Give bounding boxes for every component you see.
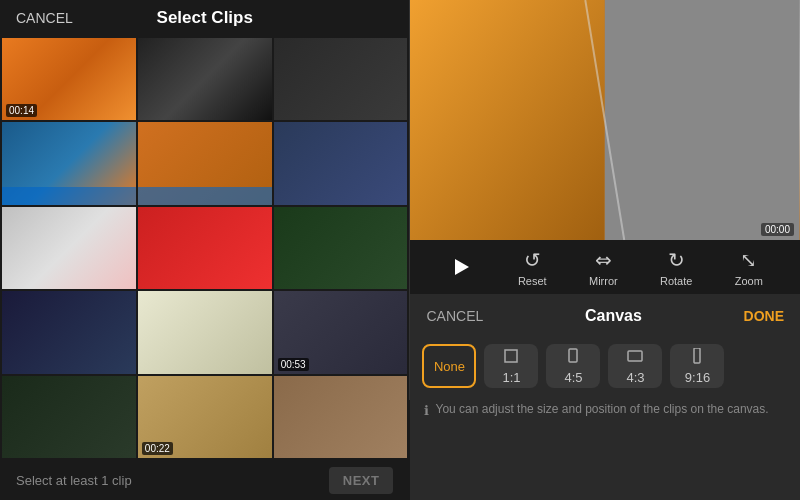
ratio-btn-1:1[interactable]: 1:1 bbox=[484, 344, 538, 388]
edit-toolbar: ↺ Reset ⇔ Mirror ↻ Rotate ⤡ Zoom bbox=[410, 240, 800, 294]
thumb-inner: 00:53 bbox=[274, 291, 408, 373]
landscape-icon bbox=[627, 348, 643, 364]
right-panel: 00:00 ↺ Reset ⇔ Mirror ↻ Rotate ⤡ Zoom C… bbox=[410, 0, 800, 500]
thumb-inner bbox=[138, 207, 272, 289]
clip-thumb-12[interactable]: 00:53 bbox=[274, 291, 408, 373]
canvas-panel: CANCEL Canvas DONE None1:14:54:39:16 ℹ Y… bbox=[410, 294, 800, 500]
clip-thumb-4[interactable] bbox=[2, 122, 136, 204]
thumb-inner bbox=[2, 207, 136, 289]
ratio-row: None1:14:54:39:16 bbox=[410, 338, 800, 394]
thumb-inner bbox=[138, 122, 272, 204]
ratio-icon-1:1 bbox=[503, 348, 519, 368]
select-hint: Select at least 1 clip bbox=[16, 473, 132, 488]
thumb-inner bbox=[2, 376, 136, 458]
ratio-label-none: None bbox=[434, 359, 465, 374]
thumb-inner bbox=[2, 122, 136, 204]
ratio-btn-none[interactable]: None bbox=[422, 344, 476, 388]
square-icon bbox=[503, 348, 519, 364]
clip-thumb-7[interactable] bbox=[2, 207, 136, 289]
canvas-cancel-button[interactable]: CANCEL bbox=[426, 308, 483, 324]
next-button[interactable]: NEXT bbox=[329, 467, 394, 494]
cancel-button[interactable]: CANCEL bbox=[16, 10, 73, 26]
clip-thumb-9[interactable] bbox=[274, 207, 408, 289]
tall-icon bbox=[689, 348, 705, 364]
portrait-icon bbox=[565, 348, 581, 364]
info-icon: ℹ bbox=[424, 403, 429, 418]
svg-rect-1 bbox=[410, 0, 605, 240]
thumb-inner bbox=[274, 207, 408, 289]
thumb-overlay-bar bbox=[138, 187, 272, 205]
reset-icon: ↺ bbox=[524, 248, 541, 272]
clips-grid: 00:1400:5300:22 bbox=[0, 36, 409, 460]
canvas-done-button[interactable]: DONE bbox=[744, 308, 784, 324]
thumb-inner: 00:22 bbox=[138, 376, 272, 458]
clip-thumb-11[interactable] bbox=[138, 291, 272, 373]
svg-rect-2 bbox=[605, 0, 800, 240]
ratio-btn-4:3[interactable]: 4:3 bbox=[608, 344, 662, 388]
clip-thumb-1[interactable]: 00:14 bbox=[2, 38, 136, 120]
mirror-tool[interactable]: ⇔ Mirror bbox=[589, 248, 618, 287]
rotate-icon: ↻ bbox=[668, 248, 685, 272]
zoom-icon: ⤡ bbox=[740, 248, 757, 272]
thumb-overlay-bar bbox=[2, 187, 136, 205]
left-panel: CANCEL Select Clips 00:1400:5300:22 Sele… bbox=[0, 0, 409, 500]
ratio-btn-4:5[interactable]: 4:5 bbox=[546, 344, 600, 388]
reset-label: Reset bbox=[518, 275, 547, 287]
thumb-inner bbox=[274, 122, 408, 204]
preview-image: 00:00 bbox=[410, 0, 800, 240]
clip-thumb-8[interactable] bbox=[138, 207, 272, 289]
thumb-time: 00:22 bbox=[142, 442, 173, 455]
svg-rect-6 bbox=[628, 351, 642, 361]
ratio-label-1:1: 1:1 bbox=[502, 370, 520, 385]
page-title: Select Clips bbox=[157, 8, 253, 28]
preview-svg bbox=[410, 0, 800, 240]
clip-thumb-15[interactable] bbox=[274, 376, 408, 458]
thumb-inner: 00:14 bbox=[2, 38, 136, 120]
ratio-icon-4:3 bbox=[627, 348, 643, 368]
top-bar: CANCEL Select Clips bbox=[0, 0, 409, 36]
clip-thumb-13[interactable] bbox=[2, 376, 136, 458]
rotate-label: Rotate bbox=[660, 275, 692, 287]
reset-tool[interactable]: ↺ Reset bbox=[518, 248, 547, 287]
thumb-inner bbox=[138, 38, 272, 120]
rotate-tool[interactable]: ↻ Rotate bbox=[660, 248, 692, 287]
mirror-icon: ⇔ bbox=[595, 248, 612, 272]
thumb-inner bbox=[2, 291, 136, 373]
clip-thumb-5[interactable] bbox=[138, 122, 272, 204]
thumb-time: 00:14 bbox=[6, 104, 37, 117]
thumb-inner bbox=[274, 376, 408, 458]
thumb-time: 00:53 bbox=[278, 358, 309, 371]
svg-rect-7 bbox=[694, 348, 700, 363]
canvas-title: Canvas bbox=[585, 307, 642, 325]
ratio-icon-9:16 bbox=[689, 348, 705, 368]
canvas-top-bar: CANCEL Canvas DONE bbox=[410, 294, 800, 338]
clip-thumb-2[interactable] bbox=[138, 38, 272, 120]
play-button[interactable] bbox=[448, 253, 476, 281]
ratio-icon-4:5 bbox=[565, 348, 581, 368]
ratio-btn-9:16[interactable]: 9:16 bbox=[670, 344, 724, 388]
thumb-inner bbox=[274, 38, 408, 120]
clip-thumb-6[interactable] bbox=[274, 122, 408, 204]
preview-timestamp: 00:00 bbox=[761, 223, 794, 236]
play-icon bbox=[455, 259, 469, 275]
thumb-inner bbox=[138, 291, 272, 373]
ratio-label-4:5: 4:5 bbox=[564, 370, 582, 385]
svg-rect-5 bbox=[569, 349, 577, 362]
zoom-tool[interactable]: ⤡ Zoom bbox=[735, 248, 763, 287]
mirror-label: Mirror bbox=[589, 275, 618, 287]
clip-thumb-10[interactable] bbox=[2, 291, 136, 373]
clip-thumb-3[interactable] bbox=[274, 38, 408, 120]
zoom-label: Zoom bbox=[735, 275, 763, 287]
canvas-hint: ℹ You can adjust the size and position o… bbox=[410, 394, 800, 426]
hint-text: You can adjust the size and position of … bbox=[435, 402, 768, 416]
bottom-bar: Select at least 1 clip NEXT bbox=[0, 460, 409, 500]
preview-area: 00:00 bbox=[410, 0, 800, 240]
ratio-label-9:16: 9:16 bbox=[685, 370, 710, 385]
clip-thumb-14[interactable]: 00:22 bbox=[138, 376, 272, 458]
ratio-label-4:3: 4:3 bbox=[626, 370, 644, 385]
svg-rect-4 bbox=[505, 350, 517, 362]
